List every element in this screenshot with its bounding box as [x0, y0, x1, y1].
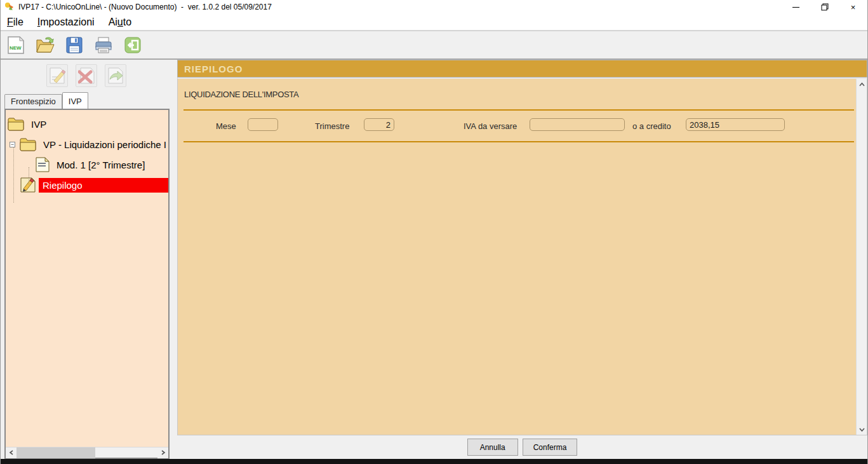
- left-sidebar: Frontespizio IVP IVP: [1, 60, 172, 459]
- section-divider: [184, 109, 854, 111]
- note-icon: [20, 176, 36, 194]
- folder-icon: [19, 137, 37, 152]
- save-button[interactable]: [64, 35, 84, 55]
- tree-item-riepilogo[interactable]: Riepilogo: [7, 175, 168, 195]
- document-tree-panel: IVP − VP - Liquidazioni periodiche I: [4, 109, 170, 459]
- exit-icon: [124, 36, 142, 54]
- tree-item-mod1[interactable]: Mod. 1 [2° Trimestre]: [7, 154, 168, 175]
- o-a-credito-input[interactable]: [686, 118, 785, 131]
- trimestre-label: Trimestre: [315, 121, 349, 131]
- iva-da-versare-input[interactable]: [530, 118, 625, 131]
- main-panel: RIEPILOGO LIQUIDAZIONE DELL'IMPOSTA Mese…: [177, 60, 867, 459]
- new-document-button[interactable]: NEW: [6, 35, 26, 55]
- fields-row: Mese Trimestre IVA da versare o a credit…: [178, 117, 856, 136]
- send-record-button[interactable]: [105, 64, 126, 87]
- menu-impostazioni[interactable]: Impostazioni: [37, 17, 95, 28]
- document-tree: IVP − VP - Liquidazioni periodiche I: [6, 110, 168, 447]
- scrollbar-thumb[interactable]: [17, 447, 95, 458]
- tree-connector: [13, 147, 14, 203]
- sidebar-tabs: Frontespizio IVP: [1, 92, 172, 109]
- riepilogo-form: LIQUIDAZIONE DELL'IMPOSTA Mese Trimestre…: [178, 79, 856, 435]
- document-icon: [35, 156, 50, 173]
- tree-item-ivp[interactable]: IVP: [7, 114, 168, 134]
- new-document-icon: NEW: [7, 36, 25, 55]
- delete-record-button[interactable]: [76, 64, 97, 87]
- record-toolbar: [1, 60, 172, 92]
- page-title: RIEPILOGO: [177, 60, 867, 78]
- app-icon: [4, 2, 15, 12]
- scroll-right-icon[interactable]: [157, 447, 168, 458]
- section-divider: [184, 141, 854, 142]
- window-title: IVP17 - C:\UnicoOnLine\ - (Nuovo Documen…: [18, 3, 272, 11]
- edit-record-icon: [49, 67, 65, 85]
- menu-file[interactable]: File: [7, 17, 23, 28]
- print-button[interactable]: [93, 35, 114, 55]
- iva-da-versare-label: IVA da versare: [464, 121, 517, 131]
- edit-record-button[interactable]: [46, 64, 68, 87]
- tree-connector: [29, 167, 29, 185]
- main-toolbar: NEW: [1, 31, 867, 60]
- svg-text:NEW: NEW: [10, 45, 22, 51]
- open-file-button[interactable]: [35, 35, 55, 55]
- scrollbar-track[interactable]: [857, 90, 867, 424]
- restore-button[interactable]: [810, 0, 839, 14]
- scroll-down-icon[interactable]: [857, 424, 867, 435]
- conferma-button[interactable]: Conferma: [523, 439, 578, 456]
- folder-icon: [7, 116, 25, 132]
- open-folder-icon: [36, 36, 55, 54]
- send-record-icon: [107, 67, 124, 85]
- menu-aiuto[interactable]: Aiuto: [109, 17, 131, 28]
- mese-input[interactable]: [248, 118, 278, 131]
- title-bar: IVP17 - C:\UnicoOnLine\ - (Nuovo Documen…: [1, 0, 867, 14]
- section-title: LIQUIDAZIONE DELL'IMPOSTA: [184, 90, 298, 99]
- collapse-expander-icon[interactable]: −: [10, 142, 15, 147]
- mese-label: Mese: [216, 121, 236, 131]
- tree-horizontal-scrollbar[interactable]: [6, 447, 168, 458]
- annulla-button[interactable]: Annulla: [467, 439, 518, 456]
- taskbar-strip: [1, 459, 867, 464]
- exit-button[interactable]: [123, 35, 143, 55]
- main-vertical-scrollbar[interactable]: [856, 79, 867, 435]
- trimestre-input[interactable]: [364, 118, 394, 131]
- print-icon: [94, 36, 113, 54]
- tab-frontespizio[interactable]: Frontespizio: [4, 94, 62, 109]
- tree-item-vp[interactable]: − VP - Liquidazioni periodiche I: [7, 134, 168, 154]
- o-a-credito-label: o a credito: [632, 121, 671, 131]
- app-window: IVP17 - C:\UnicoOnLine\ - (Nuovo Documen…: [0, 0, 868, 464]
- tab-ivp[interactable]: IVP: [62, 92, 88, 109]
- menu-bar: File Impostazioni Aiuto: [1, 14, 867, 31]
- save-icon: [65, 36, 83, 54]
- scroll-left-icon[interactable]: [6, 447, 17, 458]
- scrollbar-track[interactable]: [17, 447, 157, 458]
- delete-record-icon: [78, 67, 95, 85]
- scroll-up-icon[interactable]: [857, 79, 867, 90]
- close-button[interactable]: ×: [839, 0, 867, 14]
- action-bar: Annulla Conferma: [177, 435, 867, 459]
- minimize-button[interactable]: [782, 0, 810, 14]
